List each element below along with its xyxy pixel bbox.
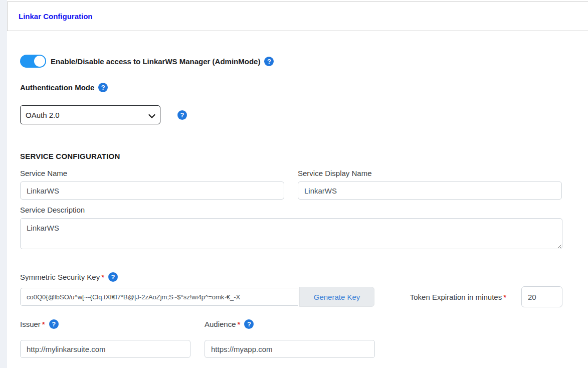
authentication-mode-label: Authentication Mode (20, 83, 94, 92)
audience-label: Audience (205, 320, 236, 328)
symmetric-security-key-row: Generate Key Token Expiration in minutes… (20, 286, 562, 307)
issuer-help-icon[interactable]: ? (49, 319, 59, 329)
admin-mode-row: Enable/Disable access to LinkarWS Manage… (20, 55, 562, 68)
audience-help-icon[interactable]: ? (244, 319, 254, 329)
service-description-block: Service Description LinkarWS (20, 206, 562, 249)
configuration-form: Enable/Disable access to LinkarWS Manage… (7, 55, 588, 358)
service-display-name-label: Service Display Name (298, 169, 562, 177)
symmetric-security-key-input[interactable] (20, 288, 298, 306)
service-display-name-input[interactable] (298, 181, 562, 200)
issuer-audience-row: Issuer * ? Audience * ? (20, 319, 562, 358)
linkar-configuration-panel: Linkar Configuration Enable/Disable acce… (7, 0, 588, 368)
page-header: Linkar Configuration (7, 2, 588, 31)
authentication-select-help-icon[interactable]: ? (177, 110, 187, 120)
admin-mode-label: Enable/Disable access to LinkarWS Manage… (51, 57, 260, 66)
admin-mode-help-icon[interactable]: ? (264, 57, 274, 66)
service-name-label: Service Name (20, 169, 284, 177)
authentication-mode-help-icon[interactable]: ? (98, 83, 108, 92)
authentication-mode-label-row: Authentication Mode ? (20, 83, 562, 92)
symmetric-security-key-label-row: Symmetric Security Key * ? (20, 272, 562, 282)
authentication-mode-select[interactable]: OAuth 2.0 (20, 105, 160, 124)
service-name-input[interactable] (20, 181, 284, 200)
service-description-textarea[interactable]: LinkarWS (20, 218, 562, 249)
required-asterisk: * (503, 293, 506, 301)
generate-key-button[interactable]: Generate Key (299, 287, 374, 307)
issuer-label: Issuer (20, 320, 41, 328)
symmetric-security-key-help-icon[interactable]: ? (108, 272, 118, 282)
audience-input[interactable] (205, 340, 375, 358)
toggle-knob (34, 56, 45, 67)
service-name-row: Service Name Service Display Name (20, 169, 562, 200)
page-title: Linkar Configuration (19, 12, 93, 21)
left-gutter (0, 0, 7, 368)
required-asterisk: * (238, 320, 241, 328)
token-expiration-label-row: Token Expiration in minutes * (410, 293, 506, 301)
required-asterisk: * (101, 273, 104, 281)
symmetric-security-key-label: Symmetric Security Key (20, 273, 100, 281)
admin-mode-toggle[interactable] (20, 55, 46, 68)
token-expiration-input[interactable] (521, 286, 562, 307)
authentication-mode-select-row: OAuth 2.0 ? (20, 105, 562, 124)
service-description-label: Service Description (20, 206, 562, 214)
service-configuration-heading: SERVICE CONFIGURATION (20, 152, 562, 160)
token-expiration-label: Token Expiration in minutes (410, 293, 502, 301)
issuer-input[interactable] (20, 340, 190, 358)
required-asterisk: * (42, 320, 45, 328)
